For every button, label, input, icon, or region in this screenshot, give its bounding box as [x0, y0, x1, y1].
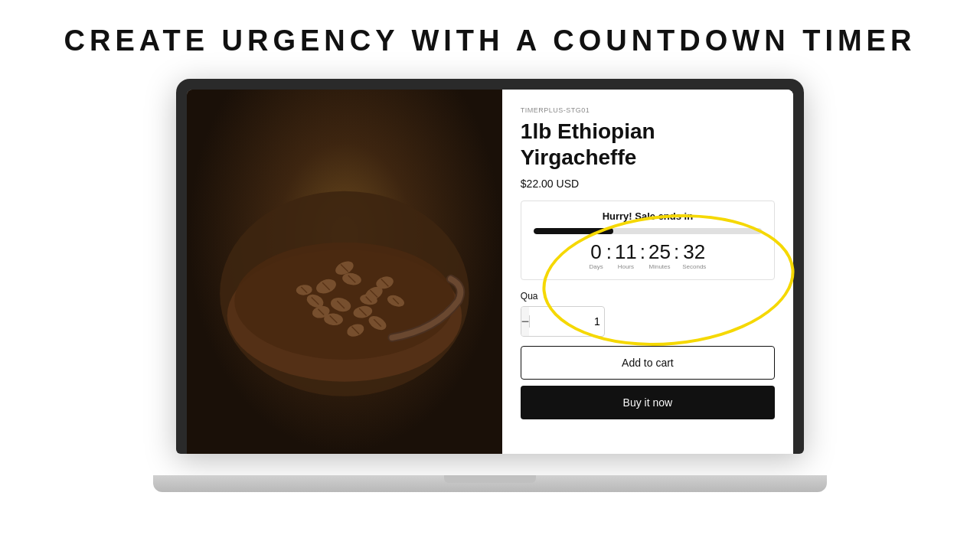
quantity-control[interactable]: − +	[521, 306, 605, 337]
product-sku: TIMERPLUS-STG01	[521, 106, 775, 114]
buy-now-button[interactable]: Buy it now	[521, 386, 775, 419]
product-image	[187, 90, 502, 454]
days-value: 0	[590, 242, 601, 262]
page-headline: CREATE URGENCY WITH A COUNTDOWN TIMER	[64, 24, 916, 57]
separator-3: :	[671, 242, 682, 262]
countdown-label: Hurry! Sale ends in	[534, 210, 762, 222]
separator-2: :	[637, 242, 648, 262]
minutes-value: 25	[648, 242, 671, 262]
quantity-input[interactable]	[529, 315, 604, 328]
seconds-label: Seconds	[682, 263, 706, 270]
quantity-decrease-button[interactable]: −	[521, 307, 530, 336]
separator-1: :	[603, 242, 615, 262]
quantity-label: Qua	[521, 291, 775, 302]
days-block: 0 Days	[589, 242, 603, 270]
countdown-digits: 0 Days : 11 Hours : 25 Minutes	[534, 242, 762, 270]
product-title: 1lb Ethiopian Yirgacheffe	[521, 119, 775, 170]
countdown-timer: Hurry! Sale ends in 0 Days : 11 Hours	[521, 201, 775, 280]
progress-bar-fill	[534, 228, 613, 234]
laptop-base	[153, 475, 827, 492]
days-label: Days	[589, 263, 603, 270]
laptop-body: TIMERPLUS-STG01 1lb Ethiopian Yirgacheff…	[176, 79, 804, 454]
seconds-value: 32	[683, 242, 705, 262]
hours-label: Hours	[618, 263, 634, 270]
add-to-cart-button[interactable]: Add to cart	[521, 346, 775, 380]
minutes-label: Minutes	[649, 263, 671, 270]
hours-value: 11	[615, 242, 637, 262]
product-details: TIMERPLUS-STG01 1lb Ethiopian Yirgacheff…	[502, 90, 793, 454]
coffee-art	[187, 90, 502, 454]
laptop-mockup: TIMERPLUS-STG01 1lb Ethiopian Yirgacheff…	[176, 79, 804, 492]
product-price: $22.00 USD	[521, 178, 775, 190]
hours-block: 11 Hours	[615, 242, 637, 270]
minutes-block: 25 Minutes	[648, 242, 671, 270]
countdown-progress-bar	[534, 228, 762, 234]
seconds-block: 32 Seconds	[682, 242, 706, 270]
laptop-screen: TIMERPLUS-STG01 1lb Ethiopian Yirgacheff…	[187, 90, 793, 454]
